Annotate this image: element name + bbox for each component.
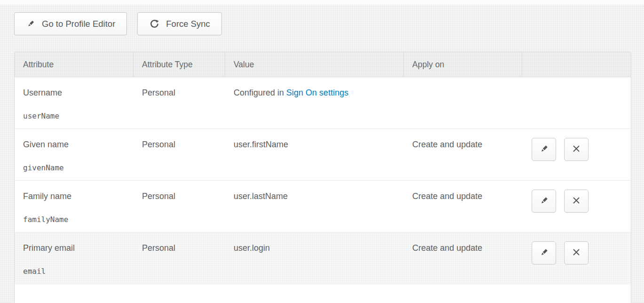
remove-attribute-button[interactable]	[564, 241, 589, 264]
attribute-cell: Family name familyName	[15, 181, 134, 232]
table-row-family-name: Family name familyName Personal user.las…	[15, 181, 631, 232]
remove-attribute-button[interactable]	[564, 190, 589, 213]
attribute-variable-name: email	[23, 266, 134, 277]
x-icon	[571, 144, 581, 155]
apply-on-cell: Create and update	[404, 232, 522, 284]
row-actions-cell	[522, 129, 631, 180]
edit-attribute-button[interactable]	[532, 241, 556, 264]
page-top-strip	[0, 0, 644, 5]
value-cell: user.firstName	[225, 129, 404, 180]
row-actions-cell	[522, 232, 631, 284]
attribute-mappings-table: Attribute Attribute Type Value Apply on …	[14, 52, 631, 303]
attribute-variable-name: familyName	[23, 215, 134, 225]
table-row-primary-email: Primary email email Personal user.login …	[15, 232, 631, 284]
attribute-variable-name: givenName	[23, 163, 134, 173]
pencil-icon	[539, 195, 550, 207]
edit-attribute-button[interactable]	[532, 190, 556, 213]
remove-attribute-button[interactable]	[564, 138, 589, 161]
column-header-value: Value	[225, 52, 404, 77]
column-header-attribute-type: Attribute Type	[134, 52, 225, 77]
apply-on-cell: Create and update	[404, 181, 522, 232]
attribute-cell: Given name givenName	[15, 129, 134, 180]
attribute-cell: Username userName	[15, 77, 134, 128]
table-header-row: Attribute Attribute Type Value Apply on	[15, 52, 631, 77]
attribute-display-name: Given name	[23, 139, 134, 150]
sign-on-settings-link[interactable]: Sign On settings	[286, 88, 348, 97]
value-cell: user.login	[225, 232, 404, 284]
table-row-username: Username userName Personal Configured in…	[15, 77, 631, 129]
attribute-display-name: Username	[23, 88, 134, 98]
toolbar: Go to Profile Editor Force Sync	[14, 12, 222, 35]
button-label: Go to Profile Editor	[42, 19, 115, 29]
attribute-display-name: Family name	[23, 191, 134, 201]
force-sync-button[interactable]: Force Sync	[137, 12, 222, 35]
table-row-given-name: Given name givenName Personal user.first…	[15, 129, 631, 181]
edit-attribute-button[interactable]	[532, 138, 556, 161]
attribute-type-cell: Personal	[134, 77, 225, 128]
attribute-display-name: Primary email	[23, 243, 134, 253]
apply-on-cell	[404, 77, 522, 128]
value-text: Configured in	[234, 88, 286, 97]
column-header-attribute: Attribute	[15, 52, 134, 77]
column-header-actions	[522, 52, 631, 77]
attribute-cell: Primary email email	[15, 232, 134, 284]
go-to-profile-editor-button[interactable]: Go to Profile Editor	[14, 12, 127, 35]
pencil-icon	[539, 247, 550, 259]
attribute-type-cell: Personal	[134, 232, 225, 284]
refresh-icon	[149, 18, 160, 29]
value-cell: user.lastName	[225, 181, 404, 232]
value-cell: Configured in Sign On settings	[225, 77, 404, 128]
x-icon	[571, 247, 581, 259]
row-actions-cell	[522, 77, 631, 128]
column-header-apply-on: Apply on	[404, 52, 522, 77]
pencil-icon	[539, 144, 550, 156]
table-row-partial	[15, 284, 631, 303]
row-actions-cell	[522, 181, 631, 232]
button-label: Force Sync	[166, 19, 210, 29]
attribute-type-cell: Personal	[134, 129, 225, 180]
pencil-icon	[26, 19, 36, 29]
x-icon	[571, 195, 581, 207]
attribute-variable-name: userName	[23, 111, 134, 121]
attribute-type-cell: Personal	[134, 181, 225, 232]
apply-on-cell: Create and update	[404, 129, 522, 180]
